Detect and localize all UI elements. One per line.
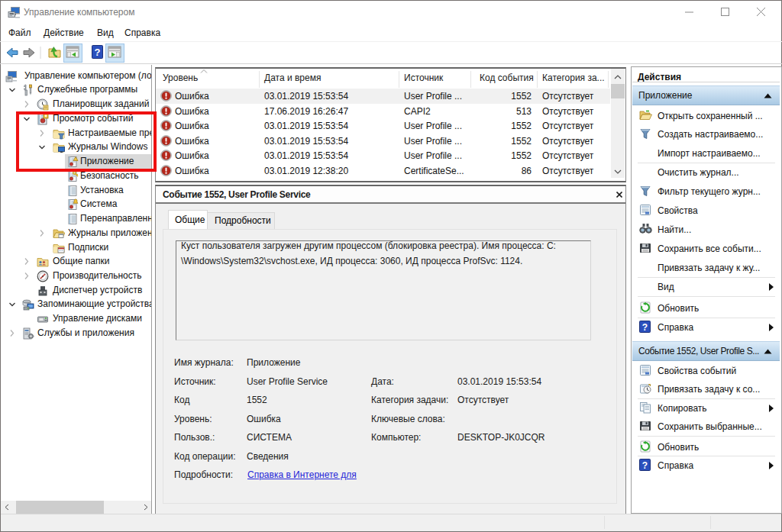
svg-text:?: ? bbox=[95, 47, 101, 58]
